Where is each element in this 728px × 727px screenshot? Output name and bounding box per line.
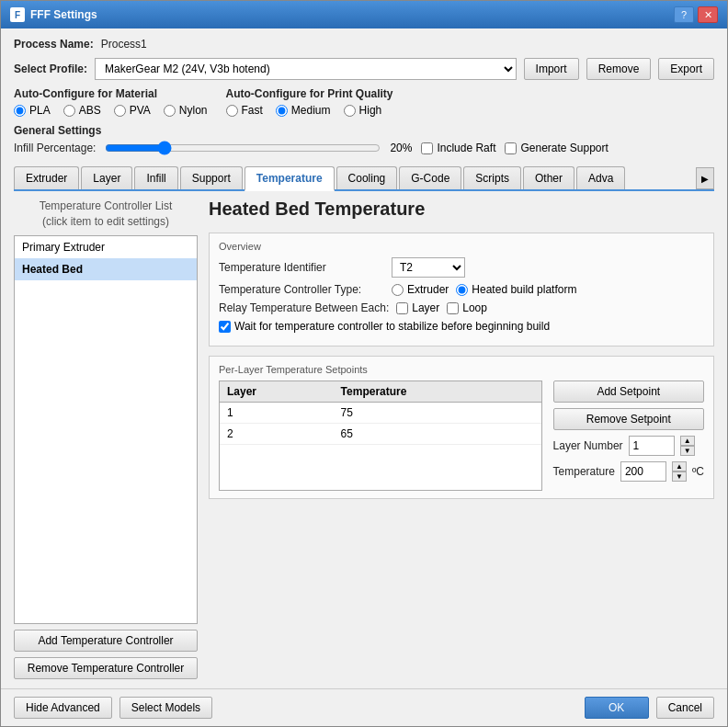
temp-identifier-select[interactable]: T2 <box>392 257 465 278</box>
tab-infill[interactable]: Infill <box>134 166 177 189</box>
help-button[interactable]: ? <box>674 6 694 23</box>
material-pva[interactable]: PVA <box>114 104 151 117</box>
tab-extruder[interactable]: Extruder <box>14 166 79 189</box>
col-layer: Layer <box>220 381 334 403</box>
tab-cooling[interactable]: Cooling <box>336 166 398 189</box>
layer-number-down[interactable]: ▼ <box>680 446 695 456</box>
setpoints-table: Layer Temperature 1 75 <box>220 381 541 445</box>
tab-layer[interactable]: Layer <box>81 166 132 189</box>
layer-number-up[interactable]: ▲ <box>680 436 695 446</box>
per-layer-label: Per-Layer Temperature Setpoints <box>219 364 704 375</box>
window-title: FFF Settings <box>30 8 97 21</box>
include-raft-label: Include Raft <box>437 142 495 154</box>
material-pla[interactable]: PLA <box>14 104 51 117</box>
material-abs[interactable]: ABS <box>63 104 101 117</box>
profile-select[interactable]: MakerGear M2 (24V, V3b hotend) <box>95 58 517 80</box>
tab-advanced[interactable]: Adva <box>576 166 625 189</box>
hide-advanced-button[interactable]: Hide Advanced <box>14 697 112 719</box>
footer: Hide Advanced Select Models OK Cancel <box>1 688 727 726</box>
process-name-value: Process1 <box>101 38 147 51</box>
temperature-unit: ºC <box>692 465 704 478</box>
profile-label: Select Profile: <box>14 62 87 75</box>
remove-setpoint-button[interactable]: Remove Setpoint <box>553 408 704 430</box>
main-panel: Temperature Controller List (click item … <box>14 199 714 679</box>
tabs-bar: Extruder Layer Infill Support Temperatur… <box>14 166 714 191</box>
temp-identifier-row: Temperature Identifier T2 <box>219 257 704 278</box>
tab-scripts[interactable]: Scripts <box>463 166 521 189</box>
setpoints-table-body: 1 75 2 65 <box>220 403 541 445</box>
layer-number-label: Layer Number <box>553 439 623 452</box>
footer-left: Hide Advanced Select Models <box>14 697 212 719</box>
temperature-input[interactable] <box>620 461 666 482</box>
list-item-primary-extruder[interactable]: Primary Extruder <box>15 236 197 258</box>
select-models-button[interactable]: Select Models <box>119 697 212 719</box>
relay-label: Relay Temperature Between Each: <box>219 301 389 314</box>
temperature-spinner: ▲ ▼ <box>672 461 687 482</box>
process-name-label: Process Name: <box>14 38 94 51</box>
tab-nav-right[interactable]: ▶ <box>696 167 714 189</box>
type-heated-label: Heated build platform <box>472 283 576 296</box>
temperature-up[interactable]: ▲ <box>672 461 687 471</box>
layer-checkbox[interactable]: Layer <box>396 301 439 314</box>
table-row[interactable]: 1 75 <box>220 403 541 424</box>
list-box-title: Temperature Controller List (click item … <box>14 199 198 230</box>
temperature-label: Temperature <box>553 465 615 478</box>
row2-temp: 65 <box>334 424 541 445</box>
quality-radio-group: Fast Medium High <box>226 104 393 117</box>
type-heated[interactable]: Heated build platform <box>456 283 576 296</box>
controller-type-label: Temperature Controller Type: <box>219 283 384 296</box>
remove-temperature-controller-button[interactable]: Remove Temperature Controller <box>14 657 198 679</box>
titlebar-left: F FFF Settings <box>10 7 97 22</box>
row1-layer: 1 <box>220 403 334 424</box>
left-buttons: Add Temperature Controller Remove Temper… <box>14 630 198 679</box>
export-button[interactable]: Export <box>658 58 714 80</box>
quality-medium[interactable]: Medium <box>276 104 331 117</box>
tab-other[interactable]: Other <box>523 166 574 189</box>
import-button[interactable]: Import <box>524 58 579 80</box>
infill-row: Infill Percentage: 20% Include Raft Gene… <box>14 141 714 155</box>
type-extruder-label: Extruder <box>407 283 449 296</box>
col-temperature: Temperature <box>334 381 541 403</box>
add-setpoint-button[interactable]: Add Setpoint <box>553 381 704 403</box>
material-radio-group: PLA ABS PVA Nylon <box>14 104 208 117</box>
overview-label: Overview <box>219 241 704 252</box>
titlebar-controls: ? ✕ <box>674 6 718 23</box>
ok-button[interactable]: OK <box>585 697 649 719</box>
layer-number-spinner: ▲ ▼ <box>680 436 695 456</box>
type-extruder[interactable]: Extruder <box>392 283 449 296</box>
generate-support-checkbox[interactable]: Generate Support <box>505 142 608 154</box>
remove-button[interactable]: Remove <box>586 58 652 80</box>
include-raft-checkbox[interactable]: Include Raft <box>421 142 495 154</box>
quality-fast[interactable]: Fast <box>226 104 263 117</box>
infill-slider[interactable] <box>105 141 381 155</box>
tab-gcode[interactable]: G-Code <box>399 166 461 189</box>
add-temperature-controller-button[interactable]: Add Temperature Controller <box>14 630 198 652</box>
material-section-label: Auto-Configure for Material <box>14 87 208 100</box>
setpoint-controls: Add Setpoint Remove Setpoint Layer Numbe… <box>553 381 704 491</box>
panel-title: Heated Bed Temperature <box>209 199 714 220</box>
layer-number-row: Layer Number ▲ ▼ <box>553 436 704 456</box>
material-nylon[interactable]: Nylon <box>164 104 208 117</box>
list-item-heated-bed[interactable]: Heated Bed <box>15 258 197 280</box>
right-panel: Heated Bed Temperature Overview Temperat… <box>209 199 714 679</box>
close-button[interactable]: ✕ <box>698 6 718 23</box>
layer-number-input[interactable] <box>629 436 675 456</box>
auto-configure-quality: Auto-Configure for Print Quality Fast Me… <box>226 87 393 117</box>
overview-group: Overview Temperature Identifier T2 Tempe… <box>209 233 714 346</box>
table-row[interactable]: 2 65 <box>220 424 541 445</box>
temperature-down[interactable]: ▼ <box>672 471 687 482</box>
row2-layer: 2 <box>220 424 334 445</box>
cancel-button[interactable]: Cancel <box>656 697 714 719</box>
loop-checkbox[interactable]: Loop <box>447 301 487 314</box>
wait-checkbox[interactable]: Wait for temperature controller to stabi… <box>219 320 550 333</box>
tab-temperature[interactable]: Temperature <box>245 166 335 191</box>
process-name-row: Process Name: Process1 <box>14 38 714 51</box>
quality-high[interactable]: High <box>344 104 382 117</box>
per-layer-group: Per-Layer Temperature Setpoints Layer Te… <box>209 356 714 499</box>
temperature-row: Temperature ▲ ▼ ºC <box>553 461 704 482</box>
general-settings-label: General Settings <box>14 124 714 137</box>
profile-row: Select Profile: MakerGear M2 (24V, V3b h… <box>14 58 714 80</box>
generate-support-label: Generate Support <box>520 142 608 154</box>
auto-configure-row: Auto-Configure for Material PLA ABS PVA … <box>14 87 714 117</box>
tab-support[interactable]: Support <box>180 166 243 189</box>
